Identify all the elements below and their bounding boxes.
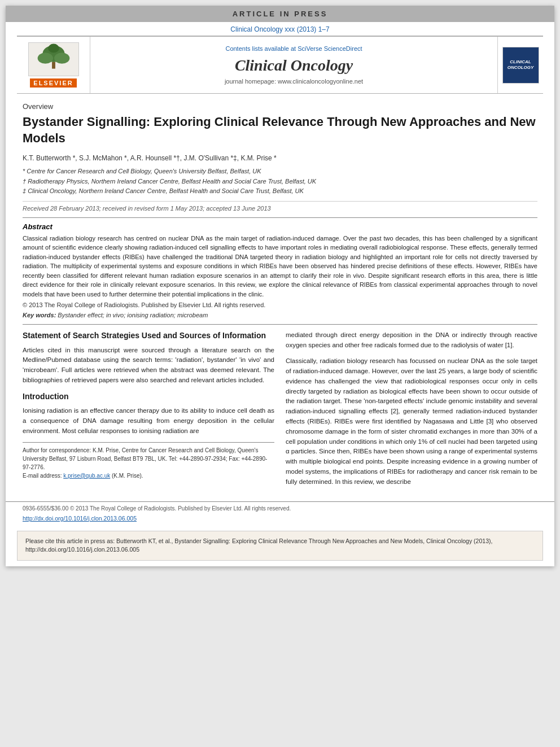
sciverse-line: Contents lists available at SciVerse Sci… xyxy=(225,45,362,52)
journal-homepage: journal homepage: www.clinicaloncologyon… xyxy=(225,78,363,85)
sciverse-link[interactable]: SciVerse ScienceDirect xyxy=(298,45,362,52)
authors-line: K.T. Butterworth *, S.J. McMahon *, A.R.… xyxy=(23,154,537,162)
abstract-section: Abstract Classical radiation biology res… xyxy=(23,222,537,319)
svg-point-5 xyxy=(48,44,59,53)
article-in-press-banner: ARTICLE IN PRESS xyxy=(6,6,554,22)
right-column: mediated through direct energy depositio… xyxy=(286,330,537,492)
search-strategies-text: Articles cited in this manuscript were s… xyxy=(23,346,274,386)
right-text-2: Classically, radiation biology research … xyxy=(286,356,537,487)
introduction-heading: Introduction xyxy=(23,391,274,401)
abstract-text: Classical radiation biology research has… xyxy=(23,234,537,299)
received-line: Received 28 February 2013; received in r… xyxy=(23,201,537,212)
svg-point-2 xyxy=(37,53,53,64)
citation-text: Please cite this article in press as: Bu… xyxy=(25,537,535,555)
introduction-text: Ionising radiation is an effective cance… xyxy=(23,406,274,436)
affiliation-3: ‡ Clinical Oncology, Northern Ireland Ca… xyxy=(23,186,537,196)
main-content: Overview Bystander Signalling: Exploring… xyxy=(6,94,554,499)
footnote-email-link[interactable]: k.prise@qub.ac.uk xyxy=(63,473,110,479)
journal-logo: CLINICALONCOLOGY xyxy=(502,47,539,84)
affiliation-2: † Radiotherapy Physics, Northern Ireland… xyxy=(23,177,537,187)
journal-title: Clinical Oncology xyxy=(235,56,353,75)
article-title: Bystander Signalling: Exploring Clinical… xyxy=(23,114,537,146)
bottom-bar: 0936-6555/$36.00 © 2013 The Royal Colleg… xyxy=(6,501,554,526)
overview-label: Overview xyxy=(23,102,537,111)
doi-link[interactable]: http://dx.doi.org/10.1016/j.clon.2013.06… xyxy=(23,515,137,522)
divider-2 xyxy=(23,324,537,325)
journal-logo-section: CLINICALONCOLOGY xyxy=(498,37,543,93)
right-text-1: mediated through direct energy depositio… xyxy=(286,330,537,351)
keywords-label: Key words: xyxy=(23,312,56,318)
affiliations: * Centre for Cancer Research and Cell Bi… xyxy=(23,167,537,196)
divider-1 xyxy=(23,217,537,218)
footnote-email-name: (K.M. Prise). xyxy=(112,473,143,479)
page: ARTICLE IN PRESS Clinical Oncology xxx (… xyxy=(6,6,554,566)
left-column: Statement of Search Strategies Used and … xyxy=(23,330,274,492)
authors-text: K.T. Butterworth *, S.J. McMahon *, A.R.… xyxy=(23,154,277,162)
footnote-email-label: E-mail address: xyxy=(23,473,62,479)
issn-line: 0936-6555/$36.00 © 2013 The Royal Colleg… xyxy=(23,505,537,512)
elsevier-tree-image xyxy=(28,42,79,76)
journal-reference: Clinical Oncology xxx (2013) 1–7 xyxy=(6,22,554,36)
citation-bar: Please cite this article in press as: Bu… xyxy=(17,531,543,561)
search-strategies-heading: Statement of Search Strategies Used and … xyxy=(23,330,274,340)
journal-header: ELSEVIER Contents lists available at Sci… xyxy=(17,36,543,94)
elsevier-logo-section: ELSEVIER xyxy=(17,37,90,93)
two-column-body: Statement of Search Strategies Used and … xyxy=(23,330,537,492)
footnote-section: Author for correspondence: K.M. Prise, C… xyxy=(23,442,274,480)
footnote-text: Author for correspondence: K.M. Prise, C… xyxy=(23,446,274,480)
keywords-line: Key words: Bystander effect; in vivo; io… xyxy=(23,312,537,318)
abstract-title: Abstract xyxy=(23,222,537,231)
svg-point-3 xyxy=(54,53,69,64)
article-in-press-text: ARTICLE IN PRESS xyxy=(233,10,328,18)
journal-title-section: Contents lists available at SciVerse Sci… xyxy=(90,37,498,93)
elsevier-wordmark: ELSEVIER xyxy=(30,78,76,88)
svg-rect-4 xyxy=(52,62,55,69)
affiliation-1: * Centre for Cancer Research and Cell Bi… xyxy=(23,167,537,177)
keywords-text: Bystander effect; in vivo; ionising radi… xyxy=(58,312,208,318)
copyright-line: © 2013 The Royal College of Radiologists… xyxy=(23,302,537,308)
